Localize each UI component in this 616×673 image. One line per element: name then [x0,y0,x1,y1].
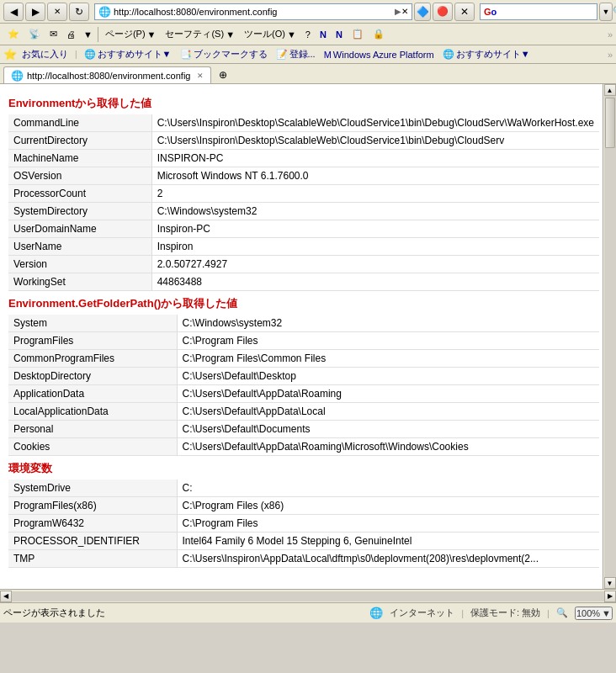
row-key: ProgramW6432 [8,515,177,533]
forward-button[interactable]: ▶ [25,3,45,21]
refresh-button[interactable]: ↻ [69,3,89,21]
recommended2-link-label: おすすめサイト▼ [456,48,530,61]
recommended2-link[interactable]: 🌐 おすすめサイト▼ [439,46,534,62]
table-row: UserNameInspiron [8,238,599,256]
horizontal-scrollbar: ◀ ▶ [0,589,616,602]
address-refresh-icon[interactable]: ✕ [401,7,408,16]
bookmark-icon: 📑 [180,49,192,60]
status-bar: ページが表示されました 🌐 インターネット | 保護モード: 無効 | 🔍 10… [0,602,616,623]
recommended-link-label: おすすめサイト▼ [98,48,172,61]
table-row: CommandLineC:\Users\Inspiron\Desktop\Sca… [8,114,599,132]
tab-icon: 🌐 [11,70,24,82]
table-row: ProgramFilesC:\Program Files [8,332,599,350]
rec-icon: 🌐 [84,49,96,60]
back-button[interactable]: ◀ [3,3,24,21]
scrollbar-thumb[interactable] [605,98,615,148]
row-key: ProgramFiles(x86) [8,497,177,515]
search-input[interactable] [497,7,613,17]
row-value: Intel64 Family 6 Model 15 Stepping 6, Ge… [177,533,599,550]
table-row: ApplicationDataC:\Users\Default\AppData\… [8,385,599,403]
row-value: INSPIRON-PC [151,150,599,167]
toolbar-mail-icon[interactable]: ✉ [45,25,61,44]
google-logo2: o [491,7,497,17]
search-submit-icon[interactable]: 🔍 [613,6,616,17]
bookmarks-link[interactable]: 📑 ブックマークする [177,46,271,62]
table-row: OSVersionMicrosoft Windows NT 6.1.7600.0 [8,167,599,185]
recommended-link[interactable]: 🌐 おすすめサイト▼ [81,46,175,62]
status-left: ページが表示されました [3,607,105,619]
scrollbar-up-button[interactable]: ▲ [604,84,616,96]
toolbar: ⭐ 📡 ✉ 🖨 ▼ ページ(P) ▼ セーフティ(S) ▼ ツール(O) ▼ ?… [0,24,616,45]
help-button[interactable]: ? [301,25,315,44]
address-go-button[interactable]: ▶ [395,7,401,16]
row-value: C:\Users\Default\Documents [177,421,599,438]
zoom-level: 100% [576,608,600,618]
row-key: System [8,315,177,332]
scrollbar-track[interactable] [604,96,616,577]
stop-button[interactable]: ✕ [47,3,67,21]
ie-page-icon: 🌐 [98,6,111,18]
new-tab-button[interactable]: ⊕ [213,66,233,83]
row-key: OSVersion [8,167,151,185]
favorites-link[interactable]: お気に入り [19,46,72,62]
scrollbar-down-button[interactable]: ▼ [604,577,616,589]
row-key: ProgramFiles [8,332,177,350]
toolbar-rss-icon[interactable]: 📡 [24,25,45,44]
toolbar-print-icon[interactable]: 🖨 [62,25,80,44]
register-link[interactable]: 📝 登録... [273,46,319,62]
search-dropdown-button[interactable]: ▼ [599,3,613,21]
toolbar-icon-misc2[interactable]: 🔒 [369,25,389,44]
row-value: C:\Users\Inspiron\AppData\Local\dftmp\s0… [177,550,599,568]
row-key: SystemDirectory [8,203,151,220]
rss-button[interactable]: 🔴 [433,3,453,21]
section3-table: SystemDriveC:ProgramFiles(x86)C:\Program… [8,480,599,568]
row-key: CommonProgramFiles [8,350,177,368]
table-row: PersonalC:\Users\Default\Documents [8,421,599,438]
table-row: SystemDirectoryC:\Windows\system32 [8,203,599,220]
page-menu-button[interactable]: ページ(P) ▼ [101,25,161,44]
row-key: MachineName [8,150,151,167]
tools-menu-button[interactable]: ツール(O) ▼ [240,25,300,44]
row-value: C:\Windows\system32 [151,203,599,220]
row-key: ProcessorCount [8,185,151,203]
row-key: CurrentDirectory [8,132,151,150]
azure-icon: M [324,50,332,60]
row-key: DesktopDirectory [8,368,177,385]
address-input[interactable] [114,7,395,17]
row-value: C:\Program Files [177,332,599,350]
bookmarks-link-label: ブックマークする [194,48,268,61]
toolbar-home-icon[interactable]: ⭐ [3,25,24,44]
azure-link[interactable]: M Windows Azure Platform [321,48,438,61]
favorites-link-label: お気に入り [22,48,68,61]
google-logo: G [484,7,491,17]
status-sep: | [461,608,464,618]
scrollbar-right-button[interactable]: ▶ [604,591,616,602]
links-bar: ⭐ お気に入り | 🌐 おすすめサイト▼ 📑 ブックマークする 📝 登録... … [0,45,616,64]
row-value: Inspiron [151,238,599,256]
toolbar-icon-misc[interactable]: 📋 [348,25,368,44]
tab-bar: 🌐 http://localhost:8080/environment.conf… [0,64,616,84]
table-row: SystemDriveC: [8,480,599,497]
table-row: Version2.0.50727.4927 [8,256,599,273]
tools-menu-label: ツール(O) [244,28,285,40]
zoom-button[interactable]: 100% ▼ [575,607,613,620]
row-value: 2 [151,185,599,203]
links-sep-1: | [75,50,77,59]
close-tab-button[interactable]: ✕ [454,3,475,21]
compatibility-button[interactable]: 🔷 [414,3,431,21]
table-row: CommonProgramFilesC:\Program Files\Commo… [8,350,599,368]
status-text: ページが表示されました [3,607,105,619]
tab-close-button[interactable]: ✕ [197,72,204,80]
register-icon: 📝 [276,49,288,60]
register-link-label: 登録... [289,48,316,61]
toolbar-icon-n2[interactable]: N [332,25,347,44]
safety-menu-button[interactable]: セーフティ(S) ▼ [161,25,239,44]
h-scrollbar-track[interactable] [12,591,604,601]
toolbar-print-dropdown[interactable]: ▼ [81,25,95,44]
row-value: C:\Users\Default\AppData\Roaming\Microso… [177,438,599,456]
browser-tab[interactable]: 🌐 http://localhost:8080/environment.conf… [3,66,211,83]
toolbar-icon-n1[interactable]: N [316,25,331,44]
magnifier-icon: 🔍 [556,607,568,618]
scrollbar-left-button[interactable]: ◀ [0,591,12,602]
section3-title: 環境変数 [8,461,599,476]
